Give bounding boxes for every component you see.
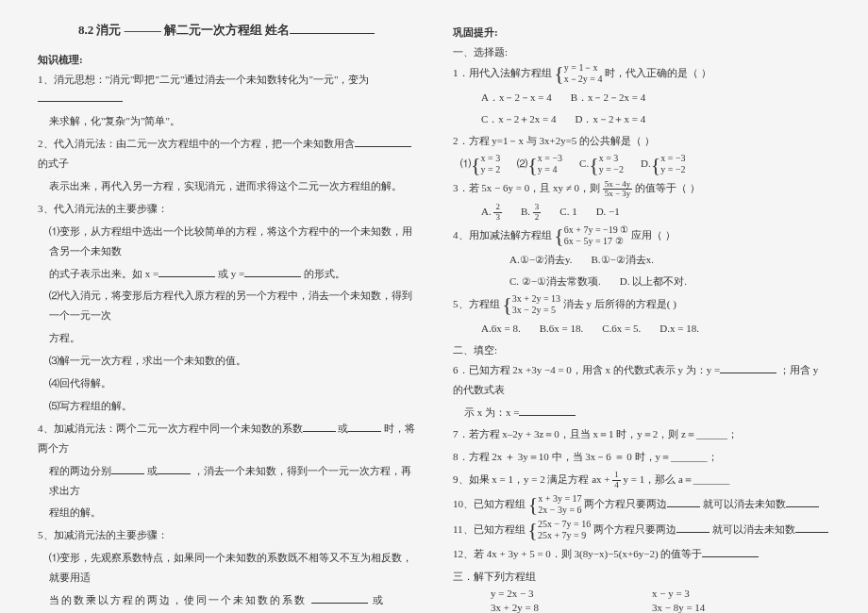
q3-oa: A. xyxy=(481,206,492,217)
q3-ad: 3 xyxy=(493,213,502,223)
p5-1b-text: 当的数乘以方程的两边，使同一个未知数的系数 xyxy=(49,594,307,605)
q1-a: A．x－2－x = 4 xyxy=(481,88,552,108)
q1-tail: 时，代入正确的是（ ） xyxy=(605,66,711,77)
p1a: 1、消元思想："消元"即把"二元"通过消去一个未知数转化为"一元"，变为 xyxy=(38,74,369,85)
practice-heading: 巩固提升: xyxy=(453,23,830,42)
knowledge-heading: 知识梳理: xyxy=(38,50,415,70)
solve-row: y = 2x − 3 3x + 2y = 8 x − y = 3 3x − 8y… xyxy=(453,587,830,613)
q3-options: A. 23 B. 32 C. 1 D. −1 xyxy=(453,202,830,223)
q4-eq1: 6x + 7y = −19 ① xyxy=(564,224,628,236)
s2a: x − y = 3 xyxy=(652,587,690,601)
point-3: 3、代入消元法的主要步骤： xyxy=(38,199,415,219)
p1b: 来求解，化"复杂"为"简单"。 xyxy=(38,111,415,131)
q11-eq2: 25x + 7y = 9 xyxy=(538,530,591,541)
point-2: 2、代入消元法：由二元一次方程组中的一个方程，把一个未知数用含的式子 xyxy=(38,134,415,174)
q10-eq1: x + 3y = 17 xyxy=(538,493,581,505)
q2-1b: y = 2 xyxy=(481,164,501,175)
p4b: 或 xyxy=(338,422,348,434)
q6c-text: 示 x 为：x = xyxy=(464,406,519,418)
point-4: 4、加减消元法：两个二元一次方程中同一个未知数的系数 或 时，将两个方 xyxy=(38,419,415,458)
q4-a: A.①−②消去y. xyxy=(509,250,572,270)
solve-heading: 三．解下列方程组 xyxy=(453,567,830,587)
q1-options: A．x－2－x = 4 B．x－2－2x = 4 xyxy=(453,88,830,108)
q2-4a: x = −3 xyxy=(660,153,685,164)
p3-1b: 的式子表示出来。如 x = 或 y = 的形式。 xyxy=(38,264,415,284)
q10: 10、已知方程组 { x + 3y = 17 2x − 3y = 6 两个方程只… xyxy=(453,493,830,516)
q3-bd: 2 xyxy=(533,213,542,223)
q2-3a: x = 3 xyxy=(599,153,624,164)
q4-c: C. ②−①消去常数项. xyxy=(509,272,601,291)
q11-end: 就可以消去未知数 xyxy=(712,523,795,535)
p4d: 程的两边分别 xyxy=(49,465,111,476)
q5-tail: 消去 y 后所得的方程是( ) xyxy=(563,297,676,308)
q8: 8．方程 2x ＋ 3y＝10 中，当 3x－6 ＝ 0 时，y＝_______… xyxy=(453,447,830,467)
q9b: y = 1，那么 a＝_______ xyxy=(624,473,730,485)
left-column: 8.2 消元 ——— 解二元一次方程组 姓名 知识梳理: 1、消元思想："消元"… xyxy=(38,19,415,594)
q5-c: C.6x = 5. xyxy=(602,319,641,339)
q4-b: B.①−②消去x. xyxy=(591,250,654,270)
p3-2: ⑵代入消元，将变形后方程代入原方程的另一个方程中，消去一个未知数，得到一个一元一… xyxy=(38,286,415,325)
p3-3: ⑶解一元一次方程，求出一个未知数的值。 xyxy=(38,351,415,371)
s1a: y = 2x − 3 xyxy=(491,587,533,601)
q5: 5、方程组 { 3x + 2y = 13 3x − 2y = 5 消去 y 后所… xyxy=(453,293,830,316)
q5-a: A.6x = 8. xyxy=(481,319,521,339)
page-title: 8.2 消元 ——— 解二元一次方程组 姓名 xyxy=(38,19,415,42)
q9: 9、如果 x = 1，y = 2 满足方程 ax + 14 y = 1，那么 a… xyxy=(453,470,830,490)
p4-line2: 程的两边分别 或 ，消去一个未知数，得到一个一元一次方程，再求出方 xyxy=(38,461,415,501)
right-column: 巩固提升: 一、选择题: 1．用代入法解方程组 { y = 1－x x－2y =… xyxy=(453,19,830,594)
q2: 2．方程 y=1－x 与 3x+2y=5 的公共解是（ ） xyxy=(453,131,830,151)
q1-options-2: C．x－2＋2x = 4 D．x－2＋x = 4 xyxy=(453,109,830,129)
p3-5: ⑸写方程组的解。 xyxy=(38,396,415,416)
q11-text: 11、已知方程组 xyxy=(453,523,526,535)
q3-den: 5x − 3y xyxy=(603,190,633,199)
s1b: 3x + 2y = 8 xyxy=(491,601,539,613)
q9d: 4 xyxy=(612,481,621,490)
q2-2b: y = 4 xyxy=(538,164,562,175)
p3-4: ⑷回代得解。 xyxy=(38,373,415,393)
q2-2a: x = −3 xyxy=(538,153,562,164)
q9a: 9、如果 x = 1，y = 2 满足方程 ax + xyxy=(453,473,610,485)
p3-1c-text: 或 y = xyxy=(218,268,244,279)
q4-tail: 应用（ ） xyxy=(631,229,676,240)
q5-eq1: 3x + 2y = 13 xyxy=(512,293,560,305)
q10-eq2: 2x − 3y = 6 xyxy=(538,505,581,516)
q12: 12、若 4x + 3y + 5 = 0．则 3(8y−x)−5(x+6y−2)… xyxy=(453,544,830,564)
q2-1a: x = 3 xyxy=(481,153,501,164)
p3-1d-text: 的形式。 xyxy=(304,268,345,279)
q10-end: 就可以消去未知数 xyxy=(703,498,786,509)
q4: 4、用加减法解方程组 { 6x + 7y = −19 ① 6x − 5y = 1… xyxy=(453,224,830,247)
q2-4b: y = −2 xyxy=(660,164,685,175)
q1-c: C．x－2＋2x = 4 xyxy=(481,109,557,129)
q1-eq2: x－2y = 4 xyxy=(564,74,603,85)
q3-ob: B. xyxy=(521,206,530,217)
p5-1b: 当的数乘以方程的两边，使同一个未知数的系数 或 xyxy=(38,590,415,610)
q3-oc: C. 1 xyxy=(559,202,576,223)
q4-text: 4、用加减法解方程组 xyxy=(453,229,552,240)
p3-2b: 方程。 xyxy=(38,328,415,348)
q4-options-2: C. ②−①消去常数项. D. 以上都不对. xyxy=(453,272,830,291)
q5-eq2: 3x − 2y = 5 xyxy=(512,305,560,316)
p3-1a: ⑴变形，从方程组中选出一个比较简单的方程，将这个方程中的一个未知数，用含另一个未… xyxy=(38,222,415,261)
q3: 3．若 5x − 6y = 0，且 xy ≠ 0，则 5x − 4y5x − 3… xyxy=(453,178,830,199)
q6a: 6．已知方程 2x +3y −4 = 0，用含 x 的代数式表示 y 为：y = xyxy=(453,364,720,375)
q6: 6．已知方程 2x +3y −4 = 0，用含 x 的代数式表示 y 为：y =… xyxy=(453,360,830,400)
s2b: 3x − 8y = 14 xyxy=(652,601,705,613)
p2b: 的式子 xyxy=(38,157,69,169)
q11-tail: 两个方程只要两边 xyxy=(593,523,676,535)
q4-d: D. 以上都不对. xyxy=(620,272,687,291)
q3a: 3．若 5x − 6y = 0，且 xy ≠ 0，则 xyxy=(453,182,600,193)
select-heading: 一、选择题: xyxy=(453,42,830,62)
p2a: 2、代入消元法：由二元一次方程组中的一个方程，把一个未知数用含 xyxy=(38,138,355,149)
q7: 7．若方程 x–2y + 3z＝0，且当 x＝1 时，y＝2，则 z＝_____… xyxy=(453,424,830,444)
q1-eq1: y = 1－x xyxy=(564,62,603,74)
q1-d: D．x－2＋x = 4 xyxy=(576,109,646,129)
q4-options: A.①−②消去y. B.①−②消去x. xyxy=(453,250,830,270)
p5-1a: ⑴变形，先观察系数特点，如果同一个未知数的系数既不相等又不互为相反数，就要用适 xyxy=(38,548,415,588)
q5-options: A.6x = 8. B.6x = 18. C.6x = 5. D.x = 18. xyxy=(453,319,830,339)
point-5: 5、加减消元法的主要步骤： xyxy=(38,525,415,545)
q10-tail: 两个方程只要两边 xyxy=(584,498,667,509)
q1-b: B．x－2－2x = 4 xyxy=(571,88,646,108)
q1: 1．用代入法解方程组 { y = 1－x x－2y = 4 时，代入正确的是（ … xyxy=(453,62,830,85)
q5-d: D.x = 18. xyxy=(659,319,699,339)
p4e: 或 xyxy=(147,465,158,476)
